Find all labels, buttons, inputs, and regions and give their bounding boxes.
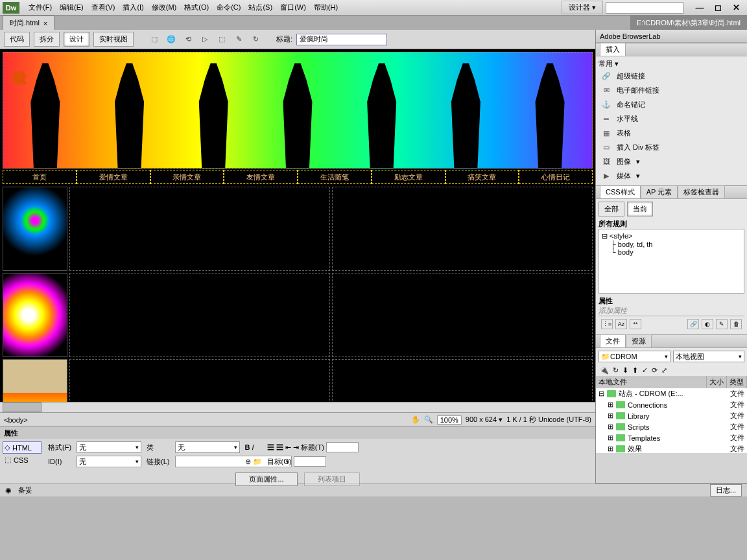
split-view-button[interactable]: 拆分 [34, 32, 60, 47]
nav-item[interactable]: 心情日记 [519, 170, 593, 184]
maximize-button[interactable]: ◻ [709, 3, 726, 13]
properties-header[interactable]: 属性 [0, 427, 595, 439]
toolbar-icon[interactable]: 🌐 [165, 33, 178, 46]
icon[interactable]: 🔗 [687, 319, 699, 329]
nav-item[interactable]: 友情文章 [224, 170, 298, 184]
id-select[interactable]: 无 [77, 456, 141, 467]
insert-table[interactable]: ▦表格 [599, 126, 744, 140]
refresh-icon[interactable]: ↻ [249, 33, 262, 46]
sync-icon[interactable]: ⟳ [652, 366, 658, 375]
checkout-icon[interactable]: ✓ [642, 366, 648, 375]
document-tab[interactable]: 时尚.html × [3, 16, 54, 30]
format-select[interactable]: 无 [77, 441, 141, 453]
nav-item[interactable]: 亲情文章 [150, 170, 224, 184]
html-mode-button[interactable]: ◇ HTML [3, 441, 42, 454]
table-cell[interactable] [69, 359, 330, 402]
view-select[interactable]: 本地视图 [673, 351, 745, 362]
tag-inspector-tab[interactable]: 标签检查器 [678, 185, 725, 199]
put-icon[interactable]: ⬆ [632, 366, 638, 375]
target-field[interactable] [294, 456, 326, 467]
file-tree[interactable]: ⊟站点 - CDROM (E:...文件 ⊞Connections文件 ⊞Lib… [596, 388, 747, 453]
nav-item[interactable]: 励志文章 [372, 170, 445, 184]
insert-hyperlink[interactable]: 🔗超级链接 [599, 69, 744, 83]
browserlab-header[interactable]: Adobe BrowserLab [596, 30, 747, 43]
hand-tool-icon[interactable]: ✋ [411, 415, 420, 424]
toolbar-icon[interactable]: ⬚ [215, 33, 228, 46]
menu-commands[interactable]: 命令(C) [213, 1, 244, 14]
list-item-button[interactable]: 列表项目 [304, 472, 360, 486]
site-select[interactable]: 📁 CDROM [599, 351, 670, 362]
search-input[interactable] [606, 2, 683, 14]
toolbar-icon[interactable]: ▷ [198, 33, 211, 46]
all-rules-button[interactable]: 全部 [599, 202, 624, 216]
connect-icon[interactable]: 🔌 [600, 366, 609, 375]
expand-icon[interactable]: ⤢ [661, 366, 667, 375]
menu-modify[interactable]: 修改(M) [148, 1, 181, 14]
minimize-button[interactable]: — [691, 3, 708, 13]
table-cell[interactable] [332, 359, 593, 402]
insert-email-link[interactable]: ✉电子邮件链接 [599, 83, 744, 97]
log-button[interactable]: 日志... [710, 484, 742, 496]
table-cell[interactable] [69, 273, 330, 357]
thumbnail[interactable] [3, 273, 67, 357]
icon[interactable]: ◐ [702, 319, 713, 329]
tab-close-icon[interactable]: × [43, 19, 47, 27]
bold-button[interactable]: B [245, 443, 250, 451]
horizontal-scrollbar[interactable] [0, 402, 595, 412]
menu-file[interactable]: 文件(F) [25, 1, 56, 14]
tag-selector[interactable]: <body> [4, 416, 28, 424]
icon[interactable]: ✎ [716, 319, 728, 329]
menu-format[interactable]: 格式(O) [180, 1, 213, 14]
css-styles-tab[interactable]: CSS样式 [600, 185, 641, 199]
class-select[interactable]: 无 [175, 441, 240, 453]
insert-category[interactable]: 常用 ▾ [599, 59, 744, 69]
live-view-button[interactable]: 实时视图 [93, 32, 134, 47]
close-button[interactable]: ✕ [728, 3, 744, 13]
insert-hr[interactable]: ═水平线 [599, 111, 744, 126]
files-tab[interactable]: 文件 [600, 334, 626, 348]
nav-item[interactable]: 爱情文章 [77, 170, 150, 184]
nav-item[interactable]: 生活随笔 [298, 170, 372, 184]
thumbnail[interactable] [3, 187, 67, 271]
insert-image[interactable]: 🖼图像 ▾ [599, 154, 744, 169]
page-title-input[interactable] [296, 34, 387, 45]
add-attribute[interactable]: 添加属性 [599, 306, 744, 316]
list-buttons[interactable]: ☰ ☰ ⇤ ⇥ 标题(T) [267, 442, 359, 452]
toolbar-icon[interactable]: ✎ [232, 33, 245, 46]
menu-help[interactable]: 帮助(H) [310, 1, 342, 14]
assets-tab[interactable]: 资源 [626, 334, 652, 348]
page-banner[interactable]: 爱疯时尚 [3, 52, 593, 169]
icon[interactable]: Az [615, 319, 627, 329]
nav-item[interactable]: 搞笑文章 [445, 170, 519, 184]
table-cell[interactable] [69, 187, 330, 271]
toolbar-icon[interactable]: ⬚ [148, 33, 161, 46]
get-icon[interactable]: ⬇ [622, 366, 628, 375]
italic-button[interactable]: I [252, 443, 254, 451]
toolbar-icon[interactable]: ⟲ [182, 33, 195, 46]
table-cell[interactable] [332, 273, 593, 357]
design-canvas[interactable]: 爱疯时尚 首页 爱情文章 亲情文章 友情文章 生活随笔 励志文章 搞笑文章 心情… [0, 49, 595, 402]
code-view-button[interactable]: 代码 [4, 32, 30, 47]
zoom-select[interactable]: 100% [437, 415, 462, 425]
insert-anchor[interactable]: ⚓命名锚记 [599, 97, 744, 111]
design-view-button[interactable]: 设计 [64, 32, 89, 47]
workspace-selector[interactable]: 设计器 ▾ [562, 1, 603, 14]
css-rules-tree[interactable]: ⊟ <style> ├ body, td, th └ body [599, 229, 744, 294]
insert-div[interactable]: ▭插入 Div 标签 [599, 140, 744, 154]
current-rules-button[interactable]: 当前 [627, 202, 653, 216]
zoom-tool-icon[interactable]: 🔍 [424, 415, 433, 424]
ap-elements-tab[interactable]: AP 元素 [641, 185, 678, 199]
menu-window[interactable]: 窗口(W) [276, 1, 310, 14]
insert-tab[interactable]: 插入 [600, 43, 626, 56]
menu-edit[interactable]: 编辑(E) [56, 1, 88, 14]
title-field[interactable] [326, 442, 359, 452]
thumbnail[interactable] [3, 359, 67, 402]
link-icons[interactable]: ⊕ 📁 [245, 458, 262, 466]
menu-insert[interactable]: 插入(I) [119, 1, 147, 14]
menu-site[interactable]: 站点(S) [244, 1, 276, 14]
refresh-icon[interactable]: ↻ [613, 366, 619, 375]
table-cell[interactable] [332, 187, 593, 271]
icon[interactable]: 🗑 [730, 319, 742, 329]
page-properties-button[interactable]: 页面属性... [235, 472, 297, 486]
insert-media[interactable]: ▶媒体 ▾ [599, 169, 744, 183]
